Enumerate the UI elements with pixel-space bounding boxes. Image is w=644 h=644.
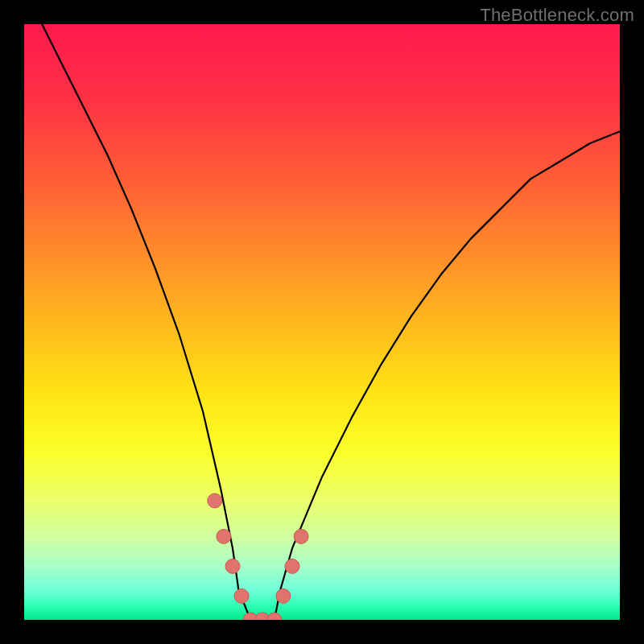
bottleneck-curve bbox=[42, 24, 620, 620]
plot-area bbox=[24, 24, 620, 620]
curve-marker bbox=[294, 529, 308, 543]
curve-marker bbox=[267, 613, 282, 620]
curve-marker bbox=[276, 588, 291, 603]
chart-frame: TheBottleneck.com bbox=[0, 0, 644, 644]
curve-marker bbox=[225, 559, 240, 573]
curve-marker bbox=[217, 529, 231, 543]
curve-marker bbox=[208, 493, 222, 508]
curve-marker bbox=[234, 588, 249, 603]
watermark-text: TheBottleneck.com bbox=[480, 5, 634, 26]
curve-marker bbox=[285, 559, 299, 573]
curve-layer bbox=[24, 24, 620, 620]
curve-markers bbox=[208, 493, 308, 620]
